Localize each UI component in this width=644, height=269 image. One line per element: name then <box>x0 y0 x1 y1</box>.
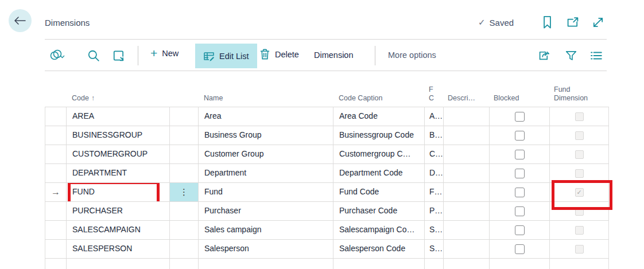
cell-description[interactable] <box>444 202 490 220</box>
cell-row-menu[interactable] <box>170 202 199 220</box>
column-header-code[interactable]: Code↑ <box>66 94 169 103</box>
cell-blocked[interactable] <box>490 145 550 163</box>
search-button[interactable] <box>87 49 100 62</box>
cell-selection[interactable] <box>45 107 67 126</box>
blocked-checkbox[interactable] <box>515 112 525 122</box>
cell-description[interactable] <box>444 145 490 163</box>
cell-code[interactable]: SALESCAMPAIGN <box>67 221 170 239</box>
cell-description[interactable] <box>444 221 490 239</box>
cell-name[interactable]: Business Group <box>199 126 333 145</box>
cell-code[interactable]: CUSTOMERGROUP <box>67 145 170 163</box>
cell-code-caption[interactable]: Fund Code <box>333 183 425 201</box>
column-list-button[interactable] <box>590 50 603 61</box>
cell-code[interactable]: BUSINESSGROUP <box>67 126 170 145</box>
table-row[interactable]: BUSINESSGROUP Business Group Businessgro… <box>45 126 609 145</box>
cell-code[interactable]: FUND <box>67 183 170 201</box>
blocked-checkbox[interactable] <box>515 206 525 216</box>
cell-code[interactable]: SALESPERSON <box>67 240 170 258</box>
cell-blocked[interactable] <box>490 164 550 182</box>
dimension-button[interactable]: Dimension <box>314 50 354 60</box>
blocked-checkbox[interactable] <box>515 150 525 159</box>
filter-button[interactable] <box>565 49 577 62</box>
cell-code[interactable] <box>67 259 170 269</box>
cell-code[interactable]: DEPARTMENT <box>67 164 170 182</box>
cell-selection[interactable] <box>45 202 67 220</box>
edit-list-button[interactable]: Edit List <box>195 44 257 68</box>
column-header-fund-dimension[interactable]: Fund Dimension <box>549 85 608 103</box>
blocked-checkbox[interactable] <box>515 131 525 141</box>
blocked-checkbox[interactable] <box>515 169 525 178</box>
cell-row-menu[interactable] <box>170 145 199 163</box>
table-row[interactable]: PURCHASER Purchaser Purchaser Code P… <box>45 202 609 221</box>
more-options-button[interactable]: More options <box>388 50 436 60</box>
cell-code-caption[interactable] <box>333 259 425 269</box>
cell-name[interactable]: Customer Group <box>199 145 333 163</box>
table-row[interactable]: → FUND ⋮ Fund Fund Code F… ✓ <box>45 183 609 202</box>
cell-fc[interactable] <box>425 259 444 269</box>
new-button[interactable]: + New <box>150 48 179 59</box>
cell-row-menu[interactable] <box>170 164 199 182</box>
cell-selection[interactable] <box>45 145 67 163</box>
table-row[interactable]: CUSTOMERGROUP Customer Group Customergro… <box>45 145 609 164</box>
column-header-fc[interactable]: F C <box>424 85 443 103</box>
cell-fc[interactable]: P… <box>425 202 444 220</box>
cell-fc[interactable]: D… <box>425 164 444 182</box>
table-row[interactable]: AREA Area Area Code A… <box>45 107 609 126</box>
column-header-code-caption[interactable]: Code Caption <box>333 94 424 103</box>
cell-blocked[interactable] <box>490 240 550 258</box>
column-header-name[interactable]: Name <box>198 94 333 103</box>
cell-fc[interactable]: A… <box>425 107 444 126</box>
cell-code-caption[interactable]: Businessgroup Code <box>333 126 425 145</box>
cell-description[interactable] <box>444 126 490 145</box>
table-row[interactable]: SALESPERSON Salesperson Salesperson Code… <box>45 240 609 259</box>
table-row[interactable]: DEPARTMENT Department Department Code D… <box>45 164 609 183</box>
cell-description[interactable] <box>444 259 490 269</box>
cell-name[interactable]: Sales campaign <box>199 221 333 239</box>
blocked-checkbox[interactable] <box>515 244 525 254</box>
cell-code-caption[interactable]: Department Code <box>333 164 425 182</box>
cell-selection[interactable] <box>45 126 67 145</box>
cell-code[interactable]: PURCHASER <box>67 202 170 220</box>
cell-selection[interactable] <box>45 221 67 239</box>
cell-description[interactable] <box>444 183 490 201</box>
cell-blocked[interactable] <box>490 202 550 220</box>
cell-fc[interactable]: B… <box>425 126 444 145</box>
cell-blocked[interactable] <box>490 221 550 239</box>
cell-blocked[interactable] <box>490 107 550 126</box>
cell-fc[interactable]: S… <box>425 240 444 258</box>
column-header-description[interactable]: Descri… <box>443 94 489 103</box>
cell-blocked[interactable] <box>490 259 550 269</box>
popout-icon[interactable] <box>566 15 580 29</box>
cell-name[interactable]: Area <box>199 107 333 126</box>
cell-fc[interactable]: F… <box>425 183 444 201</box>
cell-selection[interactable] <box>45 240 67 258</box>
cell-row-menu[interactable] <box>170 240 199 258</box>
cell-code-caption[interactable]: Area Code <box>333 107 425 126</box>
cell-fc[interactable]: S… <box>425 221 444 239</box>
cell-name[interactable]: Fund <box>199 183 333 201</box>
cell-name[interactable]: Salesperson <box>199 240 333 258</box>
cell-selection[interactable] <box>45 164 67 182</box>
table-row[interactable]: SALESCAMPAIGN Sales campaign Salescampai… <box>45 221 609 240</box>
expand-icon[interactable] <box>591 15 605 29</box>
cell-name[interactable] <box>199 259 333 269</box>
cell-description[interactable] <box>444 164 490 182</box>
analyze-button[interactable] <box>112 49 125 62</box>
cell-row-menu[interactable]: ⋮ <box>170 183 199 201</box>
share-button[interactable] <box>537 49 550 62</box>
back-button[interactable] <box>9 9 32 32</box>
table-row[interactable] <box>45 259 609 269</box>
cell-name[interactable]: Purchaser <box>199 202 333 220</box>
bookmark-icon[interactable] <box>541 15 553 29</box>
cell-row-menu[interactable] <box>170 259 199 269</box>
cell-name[interactable]: Department <box>199 164 333 182</box>
delete-button[interactable]: Delete <box>259 48 299 60</box>
cell-description[interactable] <box>444 240 490 258</box>
cell-blocked[interactable] <box>490 183 550 201</box>
cell-code[interactable]: AREA <box>67 107 170 126</box>
blocked-checkbox[interactable] <box>515 188 525 197</box>
views-button[interactable] <box>49 48 65 62</box>
cell-code-caption[interactable]: Customergroup C… <box>333 145 425 163</box>
cell-code-caption[interactable]: Purchaser Code <box>333 202 425 220</box>
cell-blocked[interactable] <box>490 126 550 145</box>
